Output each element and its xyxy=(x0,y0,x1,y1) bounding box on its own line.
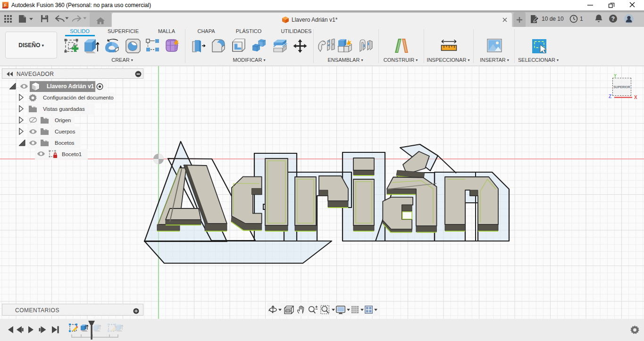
svg-text:F: F xyxy=(4,3,7,8)
svg-text:X: X xyxy=(634,95,637,100)
svg-text:?: ? xyxy=(611,16,615,22)
svg-text:Z: Z xyxy=(609,94,611,99)
